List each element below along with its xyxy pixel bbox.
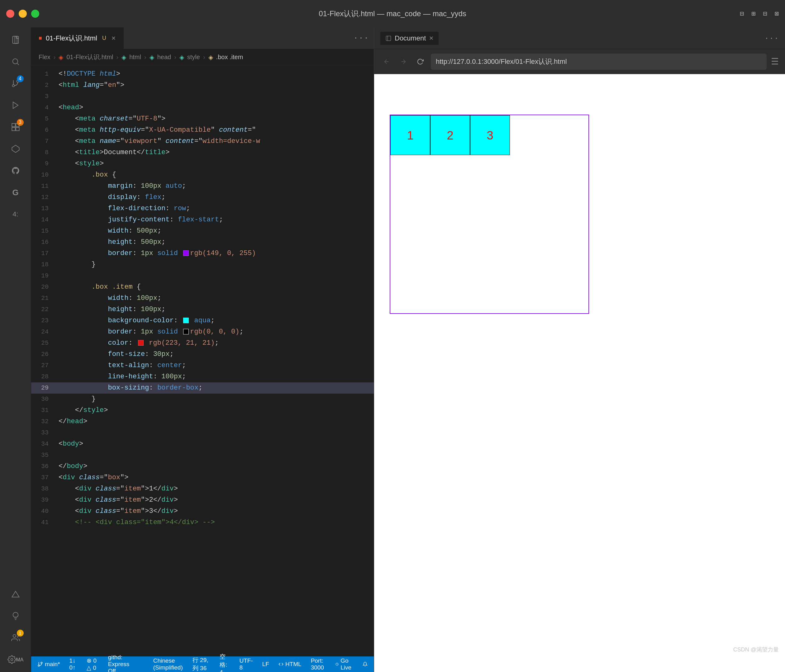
status-errors[interactable]: ⊗ 0 △ 0: [87, 657, 99, 671]
breadcrumb-style-icon: ◈: [180, 53, 184, 61]
breadcrumb-head-icon: ◈: [150, 53, 154, 61]
sidebar-item-bulb[interactable]: [6, 606, 25, 625]
minimize-button[interactable]: [19, 9, 27, 18]
titlebar: 01-Flex认识.html — mac_code — mac_yyds ⊟ ⊞…: [0, 0, 785, 27]
status-position[interactable]: 行 29, 列 36: [192, 656, 210, 672]
code-line-7: 7 <meta name="viewport" content="width=d…: [31, 136, 374, 147]
sync-label: 1↓ 0↑: [69, 657, 78, 671]
code-line-16: 16 height: 500px;: [31, 237, 374, 248]
code-line-23: 23 background-color: aqua;: [31, 315, 374, 327]
status-line-ending[interactable]: LF: [262, 661, 269, 667]
status-lang-mode[interactable]: HTML: [278, 661, 302, 667]
sidebar-item-run-debug[interactable]: [6, 96, 25, 115]
layout-icon[interactable]: ⊞: [751, 9, 755, 18]
sidebar-item-extensions[interactable]: 3: [6, 118, 25, 136]
breadcrumb-html[interactable]: html: [129, 53, 141, 61]
browser-refresh-button[interactable]: [414, 55, 427, 68]
code-line-15: 15 width: 500px;: [31, 225, 374, 237]
maximize-button[interactable]: [31, 9, 39, 18]
status-notifications[interactable]: [363, 662, 367, 667]
browser-toolbar: http://127.0.0.1:3000/Flex/01-Flex认识.htm…: [374, 49, 785, 74]
code-line-25: 25 color: rgb(223, 21, 21);: [31, 338, 374, 349]
code-line-4: 4 <head>: [31, 102, 374, 113]
titlebar-actions: ⊟ ⊞ ⊟ ⊠: [740, 9, 779, 18]
breadcrumb-style[interactable]: style: [187, 53, 200, 61]
port-label: Port: 3000: [311, 657, 327, 671]
breadcrumb-current[interactable]: .box .item: [216, 53, 243, 61]
code-line-20: 20 .box .item {: [31, 281, 374, 293]
tab-close-button[interactable]: ✕: [111, 35, 116, 42]
svg-marker-12: [12, 145, 19, 152]
tab-label: 01-Flex认识.html: [46, 34, 97, 43]
code-line-19: 19: [31, 270, 374, 281]
sidebar-item-search[interactable]: [6, 52, 25, 71]
customize-layout-icon[interactable]: ⊠: [775, 9, 779, 18]
code-editor[interactable]: 1 <!DOCTYPE html> 2 <html lang="en"> 3 4…: [31, 66, 374, 656]
color-swatch-black: [183, 329, 189, 334]
browser-back-button[interactable]: [380, 55, 393, 68]
breadcrumb-sep-5: ›: [203, 53, 205, 61]
tab-more-button[interactable]: ···: [348, 27, 374, 49]
code-line-2: 2 <html lang="en">: [31, 80, 374, 91]
close-button[interactable]: [6, 9, 14, 18]
svg-point-15: [11, 659, 13, 661]
sidebar-item-gitkraken[interactable]: G: [6, 183, 25, 202]
status-port[interactable]: Port: 3000: [311, 657, 327, 671]
breadcrumb-sep-3: ›: [144, 53, 146, 61]
position-label: 行 29, 列 36: [192, 656, 210, 672]
app-body: 4 3 G 4:: [0, 27, 785, 672]
split-editor-icon[interactable]: ⊟: [740, 9, 744, 18]
browser-forward-button[interactable]: [397, 55, 410, 68]
line-ending-label: LF: [262, 661, 269, 667]
breadcrumb-filename[interactable]: 01-Flex认识.html: [66, 53, 113, 61]
breadcrumb: Flex › ◈ 01-Flex认识.html › ◈ html › ◈ hea…: [31, 49, 374, 66]
preview-content: 1 2 3: [374, 74, 785, 672]
code-line-33: 33: [31, 427, 374, 438]
svg-marker-13: [12, 591, 19, 597]
breadcrumb-sep-1: ›: [53, 53, 56, 61]
status-golive[interactable]: Go Live: [336, 657, 353, 671]
status-sync[interactable]: 1↓ 0↑: [69, 657, 78, 671]
status-githd[interactable]: githd: Express Off: [108, 654, 134, 672]
svg-line-3: [17, 63, 19, 65]
browser-address-bar[interactable]: http://127.0.0.1:3000/Flex/01-Flex认识.htm…: [431, 53, 766, 70]
sidebar-item-settings[interactable]: MA: [6, 650, 25, 669]
preview-tab-close-button[interactable]: ✕: [429, 35, 434, 42]
sidebar-item-account[interactable]: 1: [6, 628, 25, 647]
sidebar-item-source-control[interactable]: 4: [6, 74, 25, 93]
sidebar-item-remote[interactable]: [6, 139, 25, 158]
code-line-13: 13 flex-direction: row;: [31, 203, 374, 214]
status-branch[interactable]: main*: [38, 661, 60, 667]
svg-marker-7: [13, 102, 18, 109]
settings-label: MA: [16, 657, 23, 663]
svg-point-2: [13, 59, 17, 64]
breadcrumb-file-icon: ◈: [59, 53, 63, 61]
status-encoding[interactable]: UTF-8: [239, 657, 253, 671]
code-line-10: 10 .box {: [31, 169, 374, 181]
sidebar-item-files[interactable]: [6, 31, 25, 49]
browser-menu-button[interactable]: ☰: [771, 56, 779, 67]
code-line-30: 30 }: [31, 394, 374, 405]
code-line-32: 32 </head>: [31, 416, 374, 427]
layout2-icon[interactable]: ⊟: [763, 9, 767, 18]
code-line-26: 26 font-size: 30px;: [31, 349, 374, 360]
code-line-12: 12 display: flex;: [31, 192, 374, 203]
editor-tab-active[interactable]: ■ 01-Flex认识.html U ✕: [31, 27, 124, 49]
color-swatch-purple: [183, 250, 189, 256]
sidebar-item-4[interactable]: 4:: [6, 205, 25, 223]
code-line-8: 8 <title>Document</title>: [31, 147, 374, 158]
code-line-39: 39 <div class="item">2</div>: [31, 494, 374, 506]
preview-tab-more-button[interactable]: ···: [764, 34, 779, 43]
preview-tab-document[interactable]: Document ✕: [380, 32, 439, 45]
code-line-24: 24 border: 1px solid rgb(0, 0, 0);: [31, 327, 374, 338]
status-language[interactable]: Chinese (Simplified): [153, 657, 183, 671]
sidebar-item-triangle[interactable]: [6, 585, 25, 603]
breadcrumb-flex[interactable]: Flex: [39, 53, 50, 61]
code-line-38: 38 <div class="item">1</div>: [31, 483, 374, 494]
demo-item-1: 1: [390, 115, 430, 155]
errors-label: ⊗ 0 △ 0: [87, 657, 99, 671]
sidebar-item-github[interactable]: [6, 161, 25, 180]
window-controls[interactable]: [6, 9, 39, 18]
breadcrumb-head[interactable]: head: [157, 53, 171, 61]
code-line-18: 18 }: [31, 259, 374, 270]
